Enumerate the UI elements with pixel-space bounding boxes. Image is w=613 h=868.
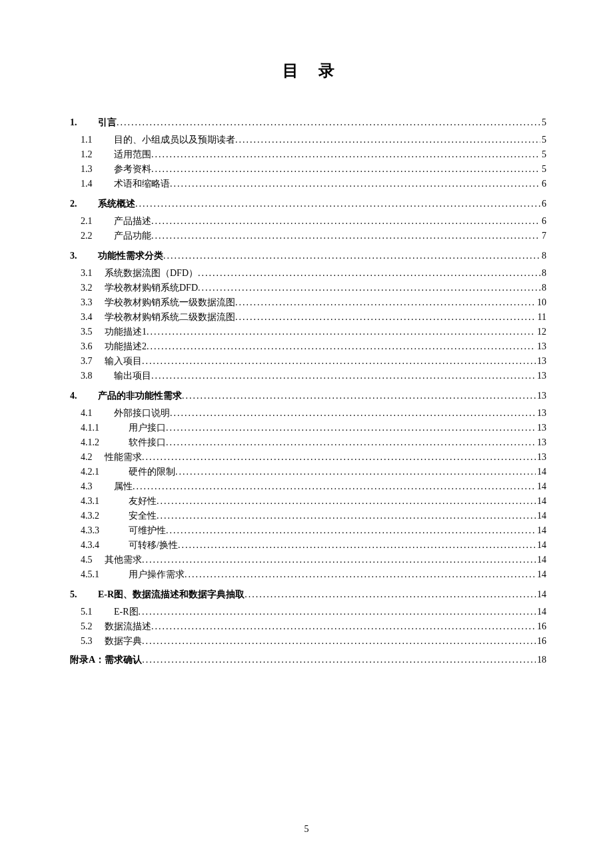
toc-leader-dots — [175, 467, 536, 477]
toc-entry: 3.4学校教材购销系统二级数据流图11 — [70, 313, 546, 322]
toc-entry-text: 数据流描述 — [105, 622, 151, 631]
toc-entry-number: 5.1 — [81, 607, 114, 617]
toc-leader-dots — [142, 357, 536, 366]
toc-entry-number: 4.1.1 — [81, 423, 129, 433]
toc-entry-number: 3.3 — [81, 298, 105, 307]
toc-leader-dots — [166, 526, 536, 535]
table-of-contents: 1.引言51.1目的、小组成员以及预期读者51.2适用范围51.3参考资料51.… — [70, 118, 546, 665]
toc-entry: 2.系统概述6 — [70, 199, 546, 209]
toc-leader-dots — [151, 622, 536, 631]
toc-entry: 1.3参考资料5 — [70, 165, 546, 174]
toc-entry-text: 术语和缩略语 — [114, 179, 170, 189]
toc-entry-text: E-R图、数据流描述和数据字典抽取 — [98, 590, 245, 599]
toc-entry: 3.6功能描述213 — [70, 342, 546, 351]
toc-entry: 4.1.2软件接口13 — [70, 438, 546, 447]
toc-entry: 4.3.2安全性14 — [70, 511, 546, 521]
toc-entry-page: 13 — [536, 453, 546, 462]
toc-entry-text: 软件接口 — [129, 438, 166, 447]
toc-leader-dots — [182, 391, 536, 401]
toc-entry-text: 输入项目 — [105, 357, 142, 366]
toc-entry-number: 2. — [70, 199, 98, 209]
toc-entry: 4.2.1硬件的限制14 — [70, 467, 546, 477]
toc-entry-number: 4.3.1 — [81, 497, 129, 506]
toc-entry: 5.3数据字典16 — [70, 637, 546, 646]
toc-entry-text: 其他需求 — [105, 555, 142, 565]
toc-entry-page: 16 — [536, 637, 546, 646]
toc-entry-text: 附录A：需求确认 — [70, 655, 142, 665]
toc-entry-text: 性能需求 — [105, 453, 142, 462]
toc-entry-text: 外部接口说明 — [114, 409, 170, 418]
toc-leader-dots — [157, 497, 536, 506]
toc-entry-number: 3. — [70, 251, 98, 261]
toc-entry-number: 4.2 — [81, 453, 105, 462]
toc-leader-dots — [133, 482, 536, 491]
toc-entry-page: 8 — [540, 269, 546, 278]
toc-entry-text: 属性 — [114, 482, 133, 491]
toc-entry-page: 7 — [540, 231, 546, 241]
toc-entry-text: 产品描述 — [114, 217, 151, 226]
toc-entry-page: 13 — [536, 438, 546, 447]
toc-entry-page: 10 — [536, 298, 546, 307]
toc-entry-text: 输出项目 — [114, 371, 151, 381]
toc-entry-text: 可转移/换性 — [129, 541, 178, 550]
toc-leader-dots — [142, 555, 536, 565]
toc-entry-page: 5 — [540, 118, 546, 127]
toc-entry-page: 11 — [536, 313, 546, 322]
toc-entry-number: 3.7 — [81, 357, 105, 366]
toc-entry-text: 用户操作需求 — [129, 570, 185, 579]
toc-entry: 4.产品的非功能性需求13 — [70, 391, 546, 401]
toc-entry-text: 硬件的限制 — [129, 467, 175, 477]
toc-entry-number: 2.2 — [81, 231, 114, 241]
toc-entry: 2.2产品功能7 — [70, 231, 546, 241]
toc-entry-page: 6 — [540, 179, 546, 189]
toc-leader-dots — [151, 165, 540, 174]
toc-leader-dots — [157, 511, 536, 521]
toc-entry-text: 目的、小组成员以及预期读者 — [114, 135, 235, 145]
toc-entry-text: 产品的非功能性需求 — [98, 391, 182, 401]
toc-entry-number: 4.3 — [81, 482, 114, 491]
toc-entry-page: 13 — [536, 371, 546, 381]
toc-leader-dots — [147, 327, 536, 337]
toc-entry-text: 数据字典 — [105, 637, 142, 646]
toc-entry-number: 2.1 — [81, 217, 114, 226]
toc-entry-text: 学校教材购销系统二级数据流图 — [105, 313, 235, 322]
toc-entry: 1.2适用范围5 — [70, 150, 546, 159]
toc-entry-page: 13 — [536, 423, 546, 433]
toc-leader-dots — [135, 199, 540, 209]
toc-leader-dots — [147, 342, 536, 351]
toc-entry-number: 4.5.1 — [81, 570, 129, 579]
toc-leader-dots — [235, 298, 536, 307]
toc-entry-number: 4.5 — [81, 555, 105, 565]
toc-entry: 4.3.3可维护性14 — [70, 526, 546, 535]
toc-entry-page: 6 — [540, 199, 546, 209]
toc-entry-page: 14 — [536, 511, 546, 521]
toc-entry: 5.1E-R图14 — [70, 607, 546, 617]
toc-entry-page: 13 — [536, 342, 546, 351]
toc-leader-dots — [235, 313, 536, 322]
toc-entry: 附录A：需求确认18 — [70, 655, 546, 665]
toc-entry: 1.引言5 — [70, 118, 546, 127]
toc-entry: 3.功能性需求分类8 — [70, 251, 546, 261]
toc-entry-number: 1.2 — [81, 150, 114, 159]
toc-entry-page: 14 — [536, 570, 546, 579]
toc-entry: 4.1外部接口说明13 — [70, 409, 546, 418]
toc-entry: 3.1系统数据流图（DFD）8 — [70, 269, 546, 278]
toc-leader-dots — [166, 423, 536, 433]
toc-entry: 3.2学校教材购销系统DFD8 — [70, 283, 546, 293]
toc-entry-page: 14 — [536, 497, 546, 506]
toc-entry-number: 1.1 — [81, 135, 114, 145]
toc-leader-dots — [198, 269, 540, 278]
toc-leader-dots — [198, 283, 540, 293]
toc-entry-text: 适用范围 — [114, 150, 151, 159]
toc-leader-dots — [151, 217, 540, 226]
toc-entry-page: 13 — [536, 409, 546, 418]
toc-leader-dots — [142, 655, 536, 665]
toc-entry: 2.1产品描述6 — [70, 217, 546, 226]
toc-entry-page: 12 — [536, 327, 546, 337]
toc-entry-page: 14 — [536, 555, 546, 565]
toc-entry-text: 友好性 — [129, 497, 157, 506]
toc-entry-number: 4.3.2 — [81, 511, 129, 521]
toc-entry-number: 1. — [70, 118, 98, 127]
toc-entry: 4.5.1用户操作需求14 — [70, 570, 546, 579]
toc-leader-dots — [178, 541, 536, 550]
